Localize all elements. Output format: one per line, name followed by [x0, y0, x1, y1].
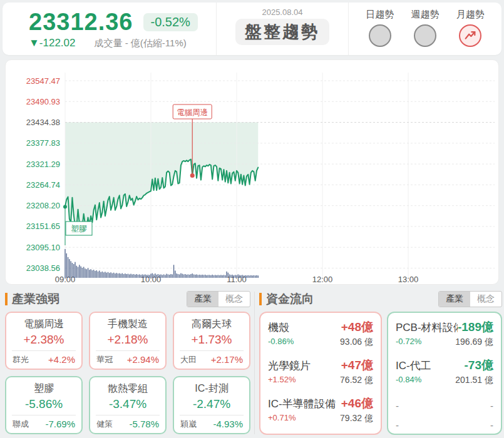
section-accent-bar	[259, 293, 262, 305]
industry-toggle: 產業 概念	[187, 291, 250, 307]
industry-pct: +1.73%	[174, 333, 249, 347]
svg-text:23547.47: 23547.47	[26, 76, 60, 86]
fund-flow-row[interactable]: PCB-材料設備 -189億 -0.72% 196.69 億	[396, 319, 493, 348]
svg-text:23434.38: 23434.38	[26, 118, 60, 127]
fund-industry-volume: 76.52 億	[340, 375, 373, 386]
divider	[12, 350, 76, 351]
industry-card[interactable]: IC-封測 -2.47% 穎崴 -4.93%	[173, 376, 250, 434]
industry-section-title: 產業強弱	[12, 291, 187, 307]
fund-flow-amount: +46億	[341, 395, 373, 412]
industry-pct: +2.38%	[6, 333, 81, 347]
industry-name: 電腦周邊	[6, 318, 81, 331]
svg-text:12:00: 12:00	[312, 275, 333, 283]
leading-stock-name: 健策	[96, 419, 113, 430]
leading-stock-pct: +2.94%	[127, 354, 159, 365]
intraday-trend-chart-card: 09:0010:0011:0012:0013:0023547.4723490.9…	[5, 59, 499, 285]
fund-industry-volume: 93.06 億	[340, 337, 373, 348]
svg-text:電腦周邊: 電腦周邊	[177, 108, 208, 117]
leading-stock-pct: -7.69%	[45, 419, 75, 430]
leading-stock-pct: -4.93%	[213, 419, 243, 430]
fund-industry-name: 光學鏡片	[268, 359, 341, 373]
index-change-value: ▼-122.02	[29, 37, 75, 49]
fund-flow-amount: +47億	[341, 357, 373, 374]
industry-card[interactable]: 塑膠 -5.86% 聯成 -7.69%	[5, 376, 83, 434]
leading-stock-name: 穎崴	[180, 419, 197, 430]
index-value: 23312.36	[29, 9, 133, 36]
fund-flow-row[interactable]: IC-代工 -73億 -0.84% 201.51 億	[396, 357, 493, 386]
fundflow-toggle: 產業 概念	[438, 291, 502, 307]
fund-flow-row[interactable]: 光學鏡片 +47億 +1.52% 76.52 億	[268, 357, 373, 386]
fund-industry-volume: 79.32 億	[340, 413, 373, 424]
trend-chart-svg: 09:0010:0011:0012:0013:0023547.4723490.9…	[6, 60, 498, 283]
industry-card[interactable]: 電腦周邊 +2.38% 群光 +4.2%	[5, 312, 83, 370]
fund-industry-pct: -0.84%	[396, 375, 421, 386]
industry-name: 塑膠	[6, 382, 81, 395]
fundflow-toggle-industry[interactable]: 產業	[439, 292, 470, 307]
trending-up-icon	[459, 24, 481, 47]
fund-industry-name: -	[396, 400, 490, 411]
industry-pct: -2.47%	[174, 397, 249, 411]
fundflow-section-title: 資金流向	[266, 291, 438, 307]
volume-label: 成交量 - 億(估縮-11%)	[94, 38, 186, 49]
industry-strength-section: 產業強弱 產業 概念 電腦周邊 +2.38% 群光 +4.2% 手機製造 +2.…	[5, 290, 250, 434]
header-strip: 23312.36 -0.52% ▼-122.02 成交量 - 億(估縮-11%)…	[3, 3, 501, 55]
fund-flow-amount: -	[490, 420, 493, 430]
fund-flow-row-empty: - -	[396, 400, 493, 411]
svg-text:23490.93: 23490.93	[26, 97, 60, 106]
date-label: 2025.08.04	[262, 8, 302, 17]
svg-text:23151.65: 23151.65	[26, 222, 60, 231]
industry-card[interactable]: 手機製造 +2.18% 華冠 +2.94%	[89, 312, 167, 370]
industry-name: 手機製造	[90, 318, 165, 331]
leading-stock-name: 聯成	[13, 419, 29, 430]
fund-flow-row[interactable]: 機殼 +48億 -0.86% 93.06 億	[268, 319, 373, 348]
divider	[180, 415, 244, 415]
daily-trend-circle-icon	[369, 24, 391, 47]
svg-text:23377.83: 23377.83	[26, 138, 60, 148]
fund-industry-pct: +1.52%	[268, 375, 296, 386]
section-accent-bar	[5, 293, 8, 305]
svg-text:23208.20: 23208.20	[26, 201, 60, 210]
fund-flow-amount: -73億	[465, 357, 493, 374]
industry-name: 高爾夫球	[174, 318, 249, 331]
industry-card[interactable]: 高爾夫球 +1.73% 大田 +2.17%	[173, 312, 250, 370]
svg-text:23095.10: 23095.10	[26, 243, 60, 252]
monthly-trend-button[interactable]: 月趨勢	[456, 9, 485, 47]
daily-trend-button[interactable]: 日趨勢	[366, 9, 394, 47]
fund-flow-row-empty: - -	[396, 420, 493, 430]
fund-industry-name: IC-代工	[396, 359, 465, 373]
fund-industry-name: -	[396, 420, 490, 430]
industry-toggle-industry[interactable]: 產業	[187, 292, 219, 307]
weekly-trend-label: 週趨勢	[411, 9, 440, 21]
index-summary: 23312.36 -0.52% ▼-122.02 成交量 - 億(估縮-11%)	[3, 3, 216, 55]
fund-industry-name: 機殼	[268, 320, 341, 335]
fund-flow-amount: -	[490, 400, 493, 411]
weekly-trend-circle-icon	[414, 24, 436, 47]
svg-text:23264.74: 23264.74	[26, 180, 60, 190]
fundflow-toggle-concept[interactable]: 概念	[470, 292, 501, 307]
trend-state-label: 盤整趨勢	[235, 19, 329, 45]
monthly-trend-label: 月趨勢	[456, 9, 485, 21]
fund-industry-pct: -0.86%	[268, 337, 294, 348]
leading-stock-name: 大田	[180, 354, 197, 365]
fund-flow-amount: -189億	[458, 319, 493, 335]
weekly-trend-button[interactable]: 週趨勢	[411, 9, 440, 47]
industry-pct: -3.47%	[90, 397, 165, 411]
leading-stock-pct: +4.2%	[48, 354, 75, 365]
index-change-pct-badge: -0.52%	[143, 13, 198, 31]
industry-pct: +2.18%	[90, 333, 165, 347]
divider	[12, 415, 76, 415]
fund-flow-row[interactable]: IC-半導體設備 +46億 +0.71% 79.32 億	[268, 395, 373, 424]
section-divider	[254, 292, 255, 434]
svg-text:13:00: 13:00	[398, 275, 419, 283]
fund-industry-name: IC-半導體設備	[268, 397, 341, 411]
industry-name: 散熱零組	[90, 382, 165, 395]
industry-card[interactable]: 散熱零組 -3.47% 健策 -5.78%	[89, 376, 167, 434]
leading-stock-name: 華冠	[96, 354, 113, 365]
fund-industry-pct: +0.71%	[268, 413, 296, 424]
trend-state-panel: 2025.08.04 盤整趨勢	[216, 3, 349, 55]
divider	[180, 350, 244, 351]
industry-name: IC-封測	[174, 382, 249, 395]
svg-text:23038.56: 23038.56	[26, 263, 60, 273]
industry-toggle-concept[interactable]: 概念	[219, 292, 250, 307]
industry-pct: -5.86%	[6, 397, 81, 411]
